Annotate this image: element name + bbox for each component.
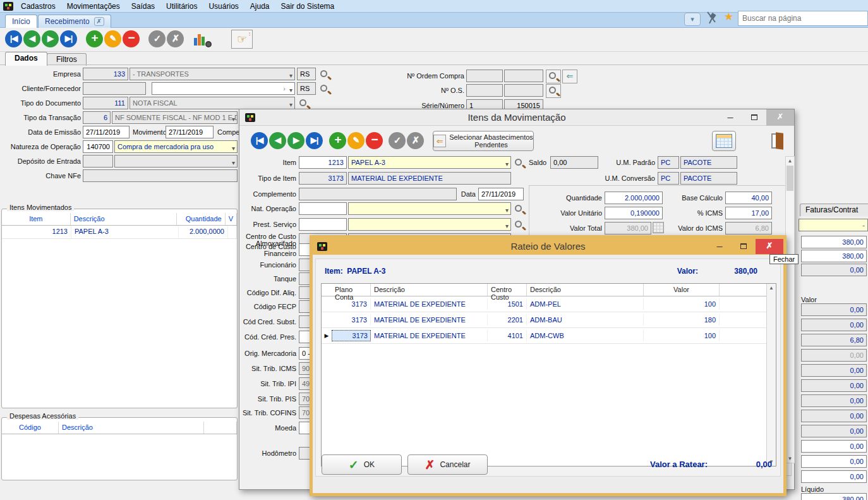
tipo-documento-combo[interactable]: NOTA FISCAL▾ <box>130 97 295 109</box>
cliente-code-field[interactable] <box>83 82 146 95</box>
selecionar-abastecimentos-button[interactable]: ⇐ Selecionar Abastecimentos Pendentes <box>433 131 534 151</box>
faturas-yellow-field[interactable]: - <box>799 219 868 231</box>
pointer-tool-button[interactable]: ☞ ∶ <box>231 30 253 49</box>
rateio-titlebar[interactable]: Rateio de Valores ✗ <box>313 238 783 255</box>
prev-record-button[interactable]: ◀ <box>23 30 40 47</box>
rateio-ok-button[interactable]: ✓OK <box>322 454 402 475</box>
tab-close-icon[interactable]: ✗ <box>94 17 104 26</box>
first-record-button[interactable]: |◀ <box>5 30 22 47</box>
delete-button[interactable]: − <box>123 30 140 47</box>
valor-field-3[interactable]: 0,00 <box>801 349 867 362</box>
menu-utilitarios[interactable]: Utilitários <box>160 1 203 12</box>
liquido-field[interactable]: 380,00 <box>801 493 867 500</box>
valor-field-0[interactable]: 0,00 <box>801 303 867 316</box>
rateio-col-centro[interactable]: Centro Custo <box>488 284 527 296</box>
itens-next-button[interactable]: ▶ <box>287 132 304 149</box>
complemento-field[interactable] <box>299 188 457 200</box>
tab-inicio[interactable]: Início <box>5 15 37 28</box>
ordem-compra-select-button[interactable]: ⇐ <box>562 70 577 83</box>
rateio-row-2[interactable]: 3173 MATERIAL DE EXPEDIENTE 2201 ADM-BAU… <box>322 312 776 328</box>
os-field2[interactable] <box>504 84 543 97</box>
ordem-compra-search-button[interactable] <box>546 70 561 83</box>
os-field1[interactable] <box>466 84 503 97</box>
faturas-value-2[interactable]: 380,00 <box>801 250 867 262</box>
tipo-documento-search-icon[interactable] <box>299 99 306 106</box>
close-icon[interactable]: ✗ <box>766 109 794 126</box>
menu-saidas[interactable]: Saídas <box>126 1 160 12</box>
favorite-star-icon[interactable]: ★ <box>724 10 733 23</box>
valor-field-9[interactable]: 0,00 <box>801 440 867 453</box>
rateio-close-icon[interactable]: ✗ <box>756 239 783 254</box>
col-descricao[interactable]: Descrição <box>71 213 177 225</box>
add-button[interactable]: + <box>86 30 103 47</box>
base-calculo-field[interactable]: 40,00 <box>725 192 772 204</box>
cliente-search-icon[interactable] <box>320 85 327 92</box>
menu-usuarios[interactable]: Usuários <box>203 1 244 12</box>
data-field[interactable]: 27/11/2019 <box>478 188 524 200</box>
valor-field-5[interactable]: 0,00 <box>801 379 867 392</box>
rateio-cancel-button[interactable]: ✗Cancelar <box>407 454 488 475</box>
valor-field-11[interactable]: 0,00 <box>801 470 867 483</box>
deposito-code-field[interactable] <box>83 155 113 168</box>
rateio-minimize-icon[interactable] <box>708 238 732 255</box>
tab-recebimento[interactable]: Recebimento ✗ <box>38 15 111 28</box>
cliente-region-field[interactable]: RS <box>297 82 316 95</box>
tab-dados[interactable]: Dados <box>5 52 47 66</box>
quantidade-field[interactable]: 2.000,0000 <box>605 192 663 204</box>
prest-servico-search-icon[interactable] <box>515 221 522 228</box>
menu-movimentacoes[interactable]: Movimentações <box>61 1 126 12</box>
col-valor-clipped[interactable]: V <box>226 213 237 225</box>
grid-view-button[interactable] <box>712 131 736 151</box>
ordem-compra-field1[interactable] <box>466 70 503 82</box>
faturas-value-1[interactable]: 380,00 <box>801 236 867 248</box>
cancel-button[interactable]: ✗ <box>167 30 184 47</box>
last-record-button[interactable]: ▶| <box>60 30 77 47</box>
valor-field-8[interactable]: 0,00 <box>801 425 867 437</box>
minimize-icon[interactable] <box>718 109 742 126</box>
um-padrao-code[interactable]: PC <box>658 156 679 169</box>
rateio-scrollbar[interactable]: ▲ ▼ <box>766 284 776 466</box>
itens-window-titlebar[interactable]: Itens da Movimentação ✗ <box>239 109 794 126</box>
itens-confirm-button[interactable]: ✓ <box>389 132 406 149</box>
edit-button[interactable]: ✎ <box>104 30 121 47</box>
valor-field-4[interactable]: 0,00 <box>801 364 867 377</box>
itens-edit-button[interactable]: ✎ <box>347 132 365 149</box>
rateio-row-1[interactable]: 3173 MATERIAL DE EXPEDIENTE 1501 ADM-PEL… <box>322 296 776 312</box>
item-search-icon[interactable] <box>515 159 522 166</box>
item-code-field[interactable]: 1213 <box>299 156 347 169</box>
pct-icms-field[interactable]: 17,00 <box>725 207 772 219</box>
tipo-transacao-combo[interactable]: NF SOMENTE FISCAL - NF MOD 1 E D▾ <box>112 111 238 124</box>
prest-servico-combo[interactable]: ▾ <box>348 218 511 231</box>
valor-field-2[interactable]: 6,80 <box>801 334 867 346</box>
empresa-search-icon[interactable] <box>320 70 327 77</box>
itens-prev-button[interactable]: ◀ <box>269 132 286 149</box>
pin-disabled-icon[interactable] <box>705 11 718 25</box>
next-record-button[interactable]: ▶ <box>42 30 59 47</box>
menu-ajuda[interactable]: Ajuda <box>244 1 275 12</box>
deposito-combo[interactable]: ▾ <box>114 155 238 168</box>
tipo-documento-code-field[interactable]: 111 <box>83 97 128 109</box>
rateio-row-3-selected[interactable]: ▶ 3173 MATERIAL DE EXPEDIENTE 4101 ADM-C… <box>322 328 776 344</box>
col-item[interactable]: Item <box>2 213 71 225</box>
valor-total-field[interactable]: 380,00 <box>605 222 651 235</box>
page-search[interactable] <box>738 11 868 26</box>
nat-operacao-search-icon[interactable] <box>515 205 522 212</box>
ordem-compra-field2[interactable] <box>504 70 543 82</box>
menu-cadastros[interactable]: Cadastros <box>15 1 61 12</box>
tipo-item-code-field[interactable]: 3173 <box>299 172 347 185</box>
tab-filtros[interactable]: Filtros <box>47 53 87 66</box>
col-desc[interactable]: Descrição <box>59 422 204 434</box>
rateio-maximize-icon[interactable] <box>732 238 756 255</box>
empresa-name-combo[interactable]: - TRANSPORTES▾ <box>130 68 295 80</box>
nat-operacao-combo[interactable]: ▾ <box>348 202 511 215</box>
rateio-col-plano[interactable]: Plano Conta <box>332 284 371 296</box>
cliente-name-combo[interactable]: ›▾ <box>152 82 295 95</box>
itens-movimentados-row[interactable]: 1213 PAPEL A-3 2.000,0000 <box>2 226 237 239</box>
empresa-region-field[interactable]: RS <box>297 68 316 80</box>
um-conversao-code[interactable]: PC <box>658 172 679 185</box>
menu-sair[interactable]: Sair do Sistema <box>275 1 341 12</box>
maximize-icon[interactable] <box>742 109 766 126</box>
movimento-field[interactable]: 27/11/2019 <box>166 126 214 138</box>
rateio-col-desc2[interactable]: Descrição <box>527 284 644 296</box>
item-combo[interactable]: PAPEL A-3▾ <box>348 156 511 169</box>
